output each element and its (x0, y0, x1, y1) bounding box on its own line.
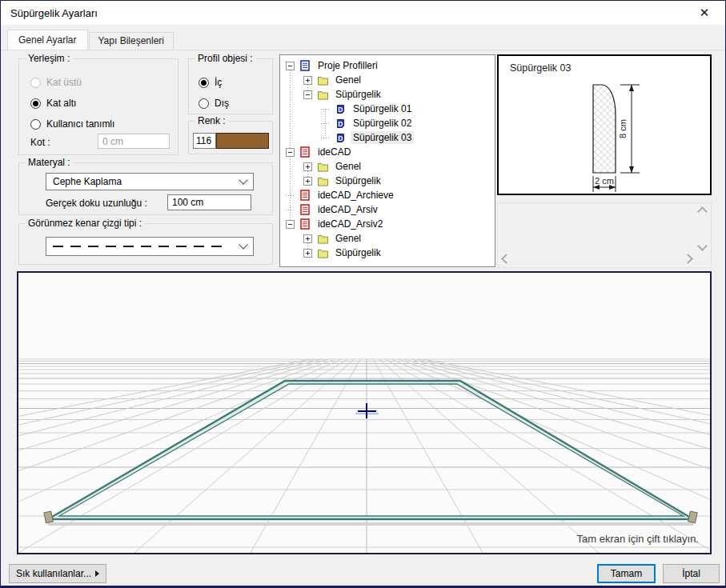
materyal-dropdown[interactable]: Cephe Kaplama (46, 173, 254, 190)
expand-icon[interactable] (303, 249, 312, 258)
radio-label: İç (215, 77, 222, 88)
group-profil-objesi: Profil objesi : İçDış (188, 58, 273, 114)
document-red-icon (299, 204, 311, 216)
tree-connector (321, 109, 330, 110)
collapse-icon[interactable] (303, 90, 312, 99)
tree-node-s-p-rgelik-02[interactable]: DSüpürgelik 02 (280, 116, 495, 130)
expand-icon[interactable] (303, 76, 312, 85)
folder-icon (316, 74, 329, 86)
tree-node-label: ideCAD_Arsiv2 (315, 218, 385, 230)
folder-icon (316, 233, 329, 245)
tab-divider (1, 50, 725, 50)
kot-input[interactable]: 0 cm (98, 134, 170, 149)
dim-height-label: 8 cm (618, 119, 628, 138)
radio-dot-icon (30, 119, 41, 130)
expand-icon[interactable] (303, 162, 312, 171)
tree-node-s-p-rgelik[interactable]: Süpürgelik (280, 246, 495, 260)
close-icon[interactable]: ✕ (693, 6, 716, 20)
tree-node-idecad-arsiv[interactable]: ideCAD_Arsiv (280, 202, 495, 217)
group-gorunmez-kenar: Görünmez kenar çizgi tipi : (18, 223, 273, 265)
group-yerlesim-title: Yerleşim : (25, 53, 73, 64)
scroll-up-icon[interactable] (697, 206, 708, 217)
chevron-down-icon (239, 175, 247, 184)
tree-node-label: Genel (333, 74, 363, 86)
line-type-dropdown[interactable] (46, 237, 254, 256)
document-red-icon (299, 146, 311, 158)
dim-width-label: 2 cm (595, 176, 614, 186)
tree-node-label: Genel (333, 160, 363, 173)
tree-node-proje-profilleri[interactable]: Proje Profilleri (280, 58, 495, 73)
radio-i[interactable]: İç (199, 77, 269, 88)
scroll-left-icon[interactable] (501, 254, 511, 264)
favorites-button[interactable]: Sık kullanılanlar... (9, 564, 106, 583)
yerlesim-options: Kat üstüKat altıKullanıcı tanımlı (30, 77, 171, 139)
kot-label: Kot : (30, 137, 50, 148)
cancel-button-label: İptal (682, 568, 700, 579)
group-renk-title: Renk : (195, 115, 229, 126)
radio-kat-alt[interactable]: Kat altı (30, 98, 171, 109)
expand-icon[interactable] (303, 234, 312, 243)
radio-dot-icon (30, 98, 41, 109)
collapse-icon[interactable] (286, 62, 295, 70)
skirting-corner-left (44, 511, 54, 523)
tree-node-genel[interactable]: Genel (280, 73, 495, 87)
folder-icon (316, 89, 329, 101)
group-yerlesim: Yerleşim : Kat üstüKat altıKullanıcı tan… (18, 58, 178, 155)
group-materyal-title: Materyal : (25, 157, 74, 168)
skirting-outline-inner (59, 384, 684, 516)
profile-preview-panel[interactable]: Süpürgelik 03 8 cm 2 cm (497, 54, 712, 195)
renk-value: 116 (196, 135, 211, 146)
profile-preview-drawing: Süpürgelik 03 8 cm 2 cm (499, 56, 710, 194)
expand-icon[interactable] (303, 177, 312, 186)
tree-node-label: Süpürgelik 02 (351, 117, 414, 130)
profile-tree: Proje ProfilleriGenelSüpürgelikDSüpürgel… (279, 54, 495, 267)
radio-kullan-c-tan-ml[interactable]: Kullanıcı tanımlı (30, 118, 171, 130)
renk-color-swatch[interactable] (216, 133, 269, 149)
scroll-right-icon[interactable] (683, 254, 693, 264)
tree-node-s-p-rgelik[interactable]: Süpürgelik (280, 87, 495, 102)
skirting-profile-shape (593, 85, 616, 173)
tree-node-s-p-rgelik-01[interactable]: DSüpürgelik 01 (280, 102, 495, 116)
tree-connector (286, 195, 295, 196)
cursor-cross (355, 403, 379, 418)
radio-kat-st[interactable]: Kat üstü (30, 77, 171, 88)
tree-node-s-p-rgelik-03[interactable]: DSüpürgelik 03 (280, 130, 495, 145)
tree-node-s-p-rgelik[interactable]: Süpürgelik (280, 174, 495, 188)
tree-connector (321, 123, 330, 124)
ok-button-label: Tamam (611, 568, 642, 579)
tree-node-label: Süpürgelik 01 (351, 102, 414, 115)
renk-value-box[interactable]: 116 (193, 133, 216, 149)
tree-node-genel[interactable]: Genel (280, 159, 495, 174)
doku-input[interactable]: 100 cm (167, 194, 251, 210)
tree-node-idecad-arsiv2[interactable]: ideCAD_Arsiv2 (280, 217, 495, 231)
profil-objesi-options: İçDış (199, 77, 269, 118)
viewport-3d[interactable]: Tam ekran için çift tıklayın. (17, 271, 712, 554)
folder-icon (316, 161, 329, 173)
skirting-fill (48, 381, 693, 519)
document-red-icon (299, 218, 311, 230)
tree-node-label: Süpürgelik (333, 174, 383, 187)
radio-dot-icon (30, 78, 41, 88)
tree-node-genel[interactable]: Genel (280, 231, 495, 246)
scroll-down-icon[interactable] (697, 241, 708, 251)
title-bar: Süpürgelik Ayarları ✕ (1, 1, 725, 25)
collapse-icon[interactable] (286, 220, 295, 229)
preview-title: Süpürgelik 03 (510, 62, 571, 74)
collapse-icon[interactable] (286, 148, 295, 157)
dashed-line-sample (53, 246, 229, 247)
radio-label: Kat altı (46, 98, 76, 109)
tab-yap-bile-enleri[interactable]: Yapı Bileşenleri (89, 32, 174, 50)
profile-icon: D (334, 132, 347, 144)
tree-node-idecad[interactable]: ideCAD (280, 145, 495, 159)
ok-button[interactable]: Tamam (597, 564, 656, 583)
tree-node-label: Süpürgelik 03 (351, 131, 414, 144)
cancel-button[interactable]: İptal (663, 564, 720, 583)
materyal-dropdown-value: Cephe Kaplama (53, 176, 122, 187)
radio-d[interactable]: Dış (199, 98, 269, 109)
tree-node-idecad-archieve[interactable]: ideCAD_Archieve (280, 188, 495, 202)
viewport-scene: Tam ekran için çift tıklayın. (18, 273, 710, 553)
svg-text:D: D (338, 134, 343, 142)
svg-text:D: D (338, 119, 343, 127)
tree-node-label: Süpürgelik (333, 88, 383, 101)
tab-genel-ayarlar[interactable]: Genel Ayarlar (7, 30, 88, 50)
